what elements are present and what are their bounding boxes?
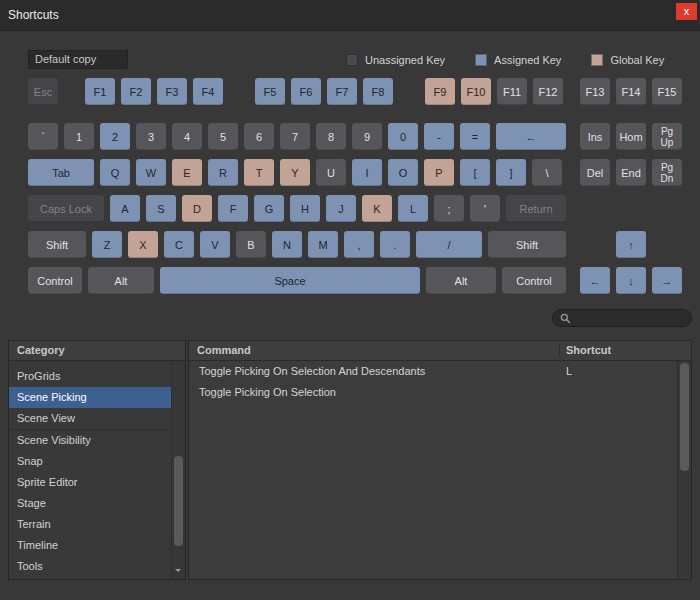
- key-0[interactable]: 0: [388, 123, 418, 150]
- key-bracket-left[interactable]: [: [460, 159, 490, 186]
- key-p[interactable]: P: [424, 159, 454, 186]
- category-item-snap[interactable]: Snap: [9, 451, 172, 472]
- category-item-sprite-editor[interactable]: Sprite Editor: [9, 472, 172, 493]
- category-item-progrids[interactable]: ProGrids: [9, 366, 172, 387]
- key-t[interactable]: T: [244, 159, 274, 186]
- key-f8[interactable]: F8: [363, 78, 393, 105]
- category-item-scene-view[interactable]: Scene View: [9, 408, 172, 430]
- key-j[interactable]: J: [326, 195, 356, 222]
- category-item-stage[interactable]: Stage: [9, 493, 172, 514]
- command-row[interactable]: Toggle Picking On Selection: [189, 382, 678, 403]
- key-2[interactable]: 2: [100, 123, 130, 150]
- key-end[interactable]: End: [616, 159, 646, 186]
- key-e[interactable]: E: [172, 159, 202, 186]
- key-space[interactable]: Space: [160, 267, 420, 294]
- key-quote[interactable]: ': [470, 195, 500, 222]
- key-bracket-right[interactable]: ]: [496, 159, 526, 186]
- key-m[interactable]: M: [308, 231, 338, 258]
- key-comma[interactable]: ,: [344, 231, 374, 258]
- key-f14[interactable]: F14: [616, 78, 646, 105]
- command-scrollbar-thumb[interactable]: [680, 363, 689, 471]
- key-f11[interactable]: F11: [497, 78, 527, 105]
- key-del[interactable]: Del: [580, 159, 610, 186]
- key-f6[interactable]: F6: [291, 78, 321, 105]
- key-a[interactable]: A: [110, 195, 140, 222]
- key-n[interactable]: N: [272, 231, 302, 258]
- key-8[interactable]: 8: [316, 123, 346, 150]
- key-9[interactable]: 9: [352, 123, 382, 150]
- key-f9[interactable]: F9: [425, 78, 455, 105]
- key-7[interactable]: 7: [280, 123, 310, 150]
- key-period[interactable]: .: [380, 231, 410, 258]
- key-control-left[interactable]: Control: [28, 267, 82, 294]
- key-backspace[interactable]: ←: [496, 123, 566, 150]
- key-f[interactable]: F: [218, 195, 248, 222]
- close-button[interactable]: x: [676, 3, 697, 20]
- key-i[interactable]: I: [352, 159, 382, 186]
- key-slash[interactable]: /: [416, 231, 482, 258]
- category-scrollbar-thumb[interactable]: [174, 456, 183, 546]
- key-pg-up[interactable]: Pg Up: [652, 123, 682, 150]
- category-item-terrain[interactable]: Terrain: [9, 514, 172, 535]
- command-scrollbar[interactable]: [677, 361, 691, 578]
- key-arrow-left[interactable]: ←: [580, 267, 610, 294]
- key-backquote[interactable]: `: [28, 123, 58, 150]
- category-item-scene-visibility[interactable]: Scene Visibility: [9, 430, 172, 451]
- key-shift-right[interactable]: Shift: [488, 231, 566, 258]
- key-hom[interactable]: Hom: [616, 123, 646, 150]
- command-row[interactable]: Toggle Picking On Selection And Descenda…: [189, 361, 678, 382]
- key-4[interactable]: 4: [172, 123, 202, 150]
- key-arrow-down[interactable]: ↓: [616, 267, 646, 294]
- key-v[interactable]: V: [200, 231, 230, 258]
- key-r[interactable]: R: [208, 159, 238, 186]
- key-f5[interactable]: F5: [255, 78, 285, 105]
- key-f4[interactable]: F4: [193, 78, 223, 105]
- category-item-timeline[interactable]: Timeline: [9, 535, 172, 556]
- key-pg-dn[interactable]: Pg Dn: [652, 159, 682, 186]
- key-s[interactable]: S: [146, 195, 176, 222]
- key-f12[interactable]: F12: [533, 78, 563, 105]
- key-u[interactable]: U: [316, 159, 346, 186]
- key-backslash[interactable]: \: [532, 159, 562, 186]
- search-input[interactable]: [576, 311, 684, 325]
- key-l[interactable]: L: [398, 195, 428, 222]
- profile-dropdown[interactable]: Default copy: [28, 50, 128, 69]
- key-f3[interactable]: F3: [157, 78, 187, 105]
- key-y[interactable]: Y: [280, 159, 310, 186]
- category-scrollbar[interactable]: [171, 361, 185, 578]
- key-tab[interactable]: Tab: [28, 159, 94, 186]
- key-x[interactable]: X: [128, 231, 158, 258]
- key-f1[interactable]: F1: [85, 78, 115, 105]
- key-f15[interactable]: F15: [652, 78, 682, 105]
- key-5[interactable]: 5: [208, 123, 238, 150]
- key-d[interactable]: D: [182, 195, 212, 222]
- key-z[interactable]: Z: [92, 231, 122, 258]
- key-q[interactable]: Q: [100, 159, 130, 186]
- key-o[interactable]: O: [388, 159, 418, 186]
- scroll-down-icon[interactable]: [175, 569, 181, 575]
- key-alt-right[interactable]: Alt: [426, 267, 496, 294]
- key-1[interactable]: 1: [64, 123, 94, 150]
- key-ins[interactable]: Ins: [580, 123, 610, 150]
- key-3[interactable]: 3: [136, 123, 166, 150]
- category-item-scene-picking[interactable]: Scene Picking: [9, 387, 172, 408]
- key-arrow-right[interactable]: →: [652, 267, 682, 294]
- key-f13[interactable]: F13: [580, 78, 610, 105]
- key-semicolon[interactable]: ;: [434, 195, 464, 222]
- key-minus[interactable]: -: [424, 123, 454, 150]
- key-shift-left[interactable]: Shift: [28, 231, 86, 258]
- key-h[interactable]: H: [290, 195, 320, 222]
- key-alt-left[interactable]: Alt: [88, 267, 154, 294]
- key-f10[interactable]: F10: [461, 78, 491, 105]
- key-c[interactable]: C: [164, 231, 194, 258]
- category-item-tools[interactable]: Tools: [9, 556, 172, 577]
- key-6[interactable]: 6: [244, 123, 274, 150]
- key-arrow-up[interactable]: ↑: [616, 231, 646, 258]
- key-f2[interactable]: F2: [121, 78, 151, 105]
- search-box[interactable]: [552, 309, 692, 327]
- key-g[interactable]: G: [254, 195, 284, 222]
- key-control-right[interactable]: Control: [502, 267, 566, 294]
- key-k[interactable]: K: [362, 195, 392, 222]
- key-w[interactable]: W: [136, 159, 166, 186]
- key-f7[interactable]: F7: [327, 78, 357, 105]
